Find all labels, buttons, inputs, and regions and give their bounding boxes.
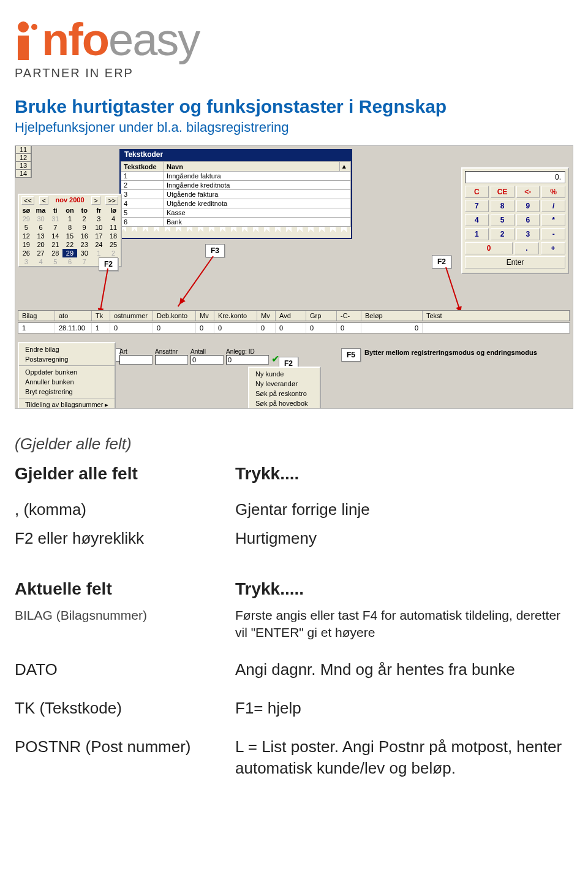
menu-item[interactable]: Ny kunde bbox=[249, 369, 320, 379]
field-ansattnr[interactable] bbox=[155, 355, 188, 365]
calendar-popup[interactable]: << < nov 2000 > >> sø ma ti on to fr lø … bbox=[18, 194, 122, 267]
cal-day[interactable]: 5 bbox=[48, 257, 62, 266]
calc-pct[interactable]: % bbox=[541, 186, 565, 198]
cell[interactable]: 28.11.00 bbox=[55, 323, 92, 333]
cal-day[interactable]: 4 bbox=[106, 215, 121, 223]
grid-row[interactable]: 1 28.11.00 1 0 0 0 0 0 0 0 0 0 bbox=[18, 322, 570, 333]
cal-day[interactable]: 10 bbox=[92, 223, 107, 232]
cell[interactable]: 0 bbox=[306, 323, 337, 333]
cal-prev2[interactable]: << bbox=[21, 196, 34, 205]
cell[interactable]: 0 bbox=[337, 323, 361, 333]
menu-item[interactable]: Bryt registrering bbox=[19, 387, 115, 397]
tk-name[interactable]: Utgående kreditnota bbox=[164, 199, 351, 208]
menu-item[interactable]: Søk på reskontro bbox=[249, 389, 320, 398]
cell[interactable]: 0 bbox=[214, 323, 257, 333]
cal-day[interactable]: 7 bbox=[48, 223, 62, 232]
menu-item[interactable]: Oppdater bunken bbox=[19, 367, 115, 377]
cal-next2[interactable]: >> bbox=[105, 196, 118, 205]
calc-9[interactable]: 9 bbox=[516, 200, 540, 212]
tk-code[interactable]: 4 bbox=[121, 199, 164, 208]
cal-day[interactable]: 5 bbox=[19, 223, 34, 232]
tk-code[interactable]: 3 bbox=[121, 190, 164, 199]
calc-5[interactable]: 5 bbox=[491, 214, 514, 226]
calc-dot[interactable]: . bbox=[514, 242, 539, 254]
cell[interactable]: 0 bbox=[196, 323, 214, 333]
calc-2[interactable]: 2 bbox=[491, 228, 514, 240]
calc-div[interactable]: / bbox=[541, 200, 565, 212]
cell[interactable]: 0 bbox=[153, 323, 196, 333]
tk-code[interactable]: 1 bbox=[121, 172, 164, 181]
field-art[interactable] bbox=[119, 355, 153, 365]
cal-prev[interactable]: < bbox=[39, 196, 48, 205]
cal-day[interactable]: 7 bbox=[77, 257, 92, 266]
cal-next[interactable]: > bbox=[91, 196, 100, 205]
cal-day[interactable]: 29 bbox=[19, 215, 34, 223]
cal-day[interactable]: 20 bbox=[34, 240, 48, 249]
cell[interactable]: 0 bbox=[110, 323, 153, 333]
cell[interactable]: 0 bbox=[276, 323, 306, 333]
cal-day[interactable]: 27 bbox=[34, 249, 48, 257]
tk-name[interactable]: Inngående kreditnota bbox=[164, 181, 351, 190]
cal-day[interactable]: 22 bbox=[62, 240, 77, 249]
field-anlegg[interactable] bbox=[226, 355, 269, 365]
tekstkoder-window[interactable]: Tekstkoder Tekstkode Navn ▴ 1Inngående f… bbox=[119, 149, 352, 239]
field-antall[interactable] bbox=[190, 355, 224, 365]
cal-day[interactable]: 15 bbox=[62, 232, 77, 240]
menu-item[interactable]: Ajourhold reskontro bbox=[249, 408, 320, 409]
cal-day[interactable]: 28 bbox=[48, 249, 62, 257]
calc-sub[interactable]: - bbox=[541, 228, 565, 240]
calc-mul[interactable]: * bbox=[541, 214, 565, 226]
cal-day[interactable]: 30 bbox=[77, 249, 92, 257]
calc-6[interactable]: 6 bbox=[516, 214, 540, 226]
cal-day[interactable]: 18 bbox=[106, 232, 121, 240]
cell[interactable] bbox=[423, 323, 570, 333]
cal-day[interactable]: 12 bbox=[19, 232, 34, 240]
cal-day[interactable]: 17 bbox=[92, 232, 107, 240]
calc-8[interactable]: 8 bbox=[491, 200, 514, 212]
calc-c[interactable]: C bbox=[465, 186, 489, 198]
cell[interactable]: 0 bbox=[361, 323, 423, 333]
cal-day[interactable]: 6 bbox=[62, 257, 77, 266]
menu-item[interactable]: Søk på hovedbok bbox=[249, 398, 320, 408]
calc-3[interactable]: 3 bbox=[516, 228, 540, 240]
calc-add[interactable]: + bbox=[541, 242, 565, 254]
menu-item[interactable]: Postavregning bbox=[19, 354, 115, 364]
cal-day[interactable]: 3 bbox=[19, 257, 34, 266]
tk-code[interactable]: 6 bbox=[121, 218, 164, 227]
cal-day-today[interactable]: 29 bbox=[62, 249, 77, 257]
cal-day[interactable]: 11 bbox=[106, 223, 121, 232]
cal-day[interactable]: 23 bbox=[77, 240, 92, 249]
cal-day[interactable]: 31 bbox=[48, 215, 62, 223]
cal-day[interactable]: 3 bbox=[92, 215, 107, 223]
cal-day[interactable]: 26 bbox=[19, 249, 34, 257]
cal-day[interactable]: 1 bbox=[62, 215, 77, 223]
cal-day[interactable]: 25 bbox=[106, 240, 121, 249]
scroll-up-icon[interactable]: ▴ bbox=[340, 162, 351, 172]
cal-day[interactable]: 16 bbox=[77, 232, 92, 240]
cal-day[interactable]: 21 bbox=[48, 240, 62, 249]
menu-item[interactable]: Annuller bunken bbox=[19, 377, 115, 387]
calculator-popup[interactable]: 0. C CE <- % 7 8 9 / 4 5 6 * 1 2 3 - 0 . bbox=[461, 167, 569, 274]
calc-enter[interactable]: Enter bbox=[465, 256, 565, 268]
calc-back[interactable]: <- bbox=[516, 186, 540, 198]
cell[interactable]: 0 bbox=[257, 323, 276, 333]
context-menu-bilag[interactable]: Endre bilag Postavregning Oppdater bunke… bbox=[18, 342, 116, 409]
cell[interactable]: 1 bbox=[92, 323, 110, 333]
tk-name[interactable]: Utgående faktura bbox=[164, 190, 351, 199]
cal-day[interactable]: 13 bbox=[34, 232, 48, 240]
cal-day[interactable]: 6 bbox=[34, 223, 48, 232]
cell[interactable]: 1 bbox=[18, 323, 55, 333]
cal-day[interactable]: 19 bbox=[19, 240, 34, 249]
cal-day[interactable]: 4 bbox=[34, 257, 48, 266]
cal-day[interactable]: 30 bbox=[34, 215, 48, 223]
tk-code[interactable]: 2 bbox=[121, 181, 164, 190]
menu-item[interactable]: Endre bilag bbox=[19, 344, 115, 354]
menu-item[interactable]: Tildeling av bilagsnummer ▸ bbox=[19, 400, 115, 409]
tk-name[interactable]: Kasse bbox=[164, 208, 351, 218]
cal-day[interactable]: 9 bbox=[77, 223, 92, 232]
cal-day[interactable]: 8 bbox=[62, 223, 77, 232]
tk-name[interactable]: Inngående faktura bbox=[164, 172, 351, 181]
cal-day[interactable]: 1 bbox=[92, 249, 107, 257]
tk-code[interactable]: 5 bbox=[121, 208, 164, 218]
calc-0[interactable]: 0 bbox=[465, 242, 513, 254]
